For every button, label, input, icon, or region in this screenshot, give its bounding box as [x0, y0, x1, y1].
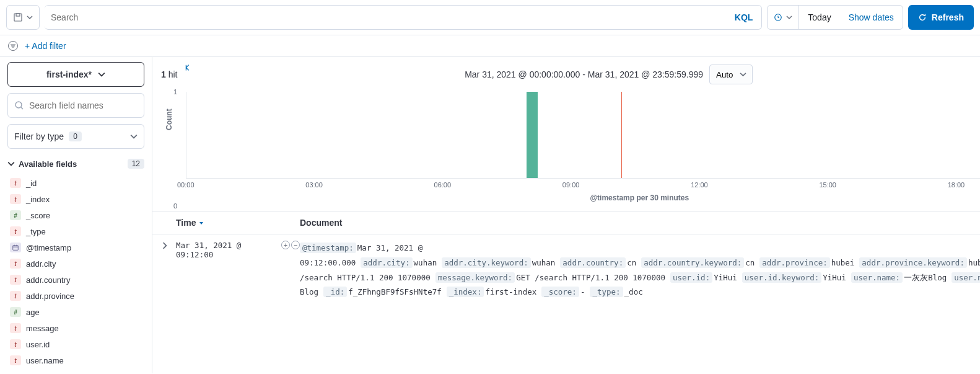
- text-type-icon: t: [10, 275, 21, 285]
- column-document[interactable]: Document: [300, 218, 980, 228]
- collapse-sidebar-icon[interactable]: [183, 63, 192, 72]
- doc-field-value: -: [580, 287, 585, 296]
- add-filter-link[interactable]: + Add filter: [25, 41, 66, 51]
- field-item[interactable]: taddr.province: [7, 288, 144, 304]
- field-item[interactable]: t_id: [7, 175, 144, 191]
- refresh-icon: [918, 13, 927, 22]
- remove-filter-icon[interactable]: −: [291, 241, 300, 249]
- field-name: @timestamp: [26, 243, 71, 252]
- results-panel: 1 hit Mar 31, 2021 @ 00:00:00.000 - Mar …: [152, 57, 980, 373]
- date-picker: Today Show dates: [767, 5, 903, 30]
- chart-area: Count 1 0 00:0003:0006:0009:0012:0015:00…: [152, 92, 980, 211]
- doc-field-key: addr.country:: [560, 257, 626, 268]
- chevron-down-icon: [27, 14, 33, 20]
- doc-field-value: 一灰灰Blog: [904, 273, 947, 282]
- doc-field-key: user.id.keyword:: [742, 272, 821, 283]
- x-ticks: 00:0003:0006:0009:0012:0015:0018:0021:00: [177, 179, 980, 194]
- search-input-container: KQL: [45, 5, 762, 30]
- y-tick: 0: [173, 202, 177, 210]
- x-axis-label: @timestamp per 30 minutes: [186, 194, 980, 206]
- expand-row-button[interactable]: [161, 241, 176, 249]
- chevron-right-icon: [161, 242, 168, 249]
- y-tick: 1: [173, 88, 177, 96]
- x-tick: 15:00: [819, 181, 836, 189]
- search-fields-wrap: [7, 93, 144, 118]
- field-name: message: [26, 324, 59, 333]
- svg-rect-1: [16, 14, 20, 16]
- doc-field-value: YiHui: [714, 273, 737, 282]
- available-fields-count: 12: [128, 159, 144, 169]
- doc-field-key: _id:: [323, 287, 347, 297]
- x-tick: 12:00: [691, 181, 708, 189]
- field-item[interactable]: tuser.id: [7, 336, 144, 352]
- field-name: _id: [26, 179, 37, 188]
- svg-point-4: [15, 102, 22, 108]
- x-tick: 09:00: [562, 181, 580, 189]
- show-dates-link[interactable]: Show dates: [840, 12, 903, 22]
- doc-field-key: addr.province:: [759, 257, 829, 268]
- field-name: _type: [26, 227, 46, 236]
- doc-field-key: _type:: [590, 287, 623, 297]
- text-type-icon: t: [10, 291, 21, 301]
- field-name: user.name: [26, 356, 64, 365]
- doc-field-value: first-index: [485, 287, 536, 296]
- main-content: first-index* Filter by type 0 Available …: [0, 57, 980, 373]
- filter-options-icon[interactable]: [7, 40, 19, 51]
- field-item[interactable]: @timestamp: [7, 239, 144, 256]
- doc-field-value: YiHui: [823, 273, 846, 282]
- field-item[interactable]: tmessage: [7, 320, 144, 336]
- index-pattern-select[interactable]: first-index*: [7, 62, 144, 87]
- field-name: age: [26, 308, 40, 317]
- svg-rect-0: [14, 14, 22, 21]
- chevron-down-icon: [7, 160, 15, 167]
- field-item[interactable]: #_score: [7, 207, 144, 223]
- chart-header: 1 hit Mar 31, 2021 @ 00:00:00.000 - Mar …: [152, 57, 980, 92]
- field-item[interactable]: taddr.city: [7, 256, 144, 272]
- text-type-icon: t: [10, 226, 21, 236]
- doc-field-value: hubei: [831, 258, 855, 267]
- hit-count: 1 hit: [161, 69, 177, 79]
- field-item[interactable]: #age: [7, 304, 144, 320]
- search-input[interactable]: [45, 12, 726, 22]
- doc-field-key: user.name:: [851, 272, 903, 283]
- chevron-down-icon: [130, 133, 138, 140]
- histogram-plot[interactable]: [186, 92, 980, 179]
- saved-queries-menu[interactable]: [6, 5, 40, 30]
- doc-field-key: user.id:: [670, 272, 712, 283]
- document-cell: @timestamp:Mar 31, 2021 @ 09:12:00.000ad…: [300, 241, 980, 300]
- doc-field-key: addr.country.keyword:: [641, 257, 744, 268]
- doc-field-key: addr.city:: [361, 257, 412, 268]
- doc-field-key: addr.province.keyword:: [859, 257, 967, 268]
- date-quick-select[interactable]: [768, 6, 799, 29]
- time-range-label: Mar 31, 2021 @ 00:00:00.000 - Mar 31, 20…: [465, 69, 703, 79]
- field-item[interactable]: taddr.country: [7, 272, 144, 288]
- kql-toggle[interactable]: KQL: [726, 12, 762, 22]
- field-item[interactable]: tuser.name: [7, 352, 144, 368]
- doc-field-value: cn: [745, 258, 755, 267]
- available-fields-header[interactable]: Available fields 12: [7, 156, 144, 171]
- svg-rect-5: [13, 246, 19, 251]
- x-tick: 00:00: [177, 181, 195, 189]
- date-label: Today: [799, 12, 839, 22]
- doc-field-key: message.keyword:: [435, 272, 515, 283]
- time-cell: Mar 31, 2021 @ 09:12:00 + −: [176, 241, 300, 259]
- field-item[interactable]: t_type: [7, 223, 144, 239]
- y-axis-label: Count: [165, 109, 173, 130]
- refresh-button[interactable]: Refresh: [908, 5, 974, 30]
- doc-field-value: GET /search HTTP/1.1 200 1070000: [516, 273, 665, 282]
- interval-select[interactable]: Auto: [709, 65, 753, 84]
- histogram-bar[interactable]: [527, 92, 538, 178]
- field-item[interactable]: t_index: [7, 191, 144, 207]
- search-fields-input[interactable]: [29, 100, 138, 110]
- doc-field-value: wuhan: [532, 258, 556, 267]
- field-list: t_idt_index#_scoret_type@timestamptaddr.…: [7, 175, 144, 368]
- table-row: Mar 31, 2021 @ 09:12:00 + − @timestamp:M…: [152, 234, 980, 306]
- x-tick: 06:00: [434, 181, 452, 189]
- sort-desc-icon: [198, 220, 204, 226]
- filter-by-type[interactable]: Filter by type 0: [7, 124, 144, 149]
- add-filter-icon[interactable]: +: [281, 241, 290, 249]
- now-marker: [621, 92, 622, 178]
- x-tick: 03:00: [305, 181, 323, 189]
- field-name: addr.city: [26, 259, 56, 269]
- column-time[interactable]: Time: [176, 218, 300, 228]
